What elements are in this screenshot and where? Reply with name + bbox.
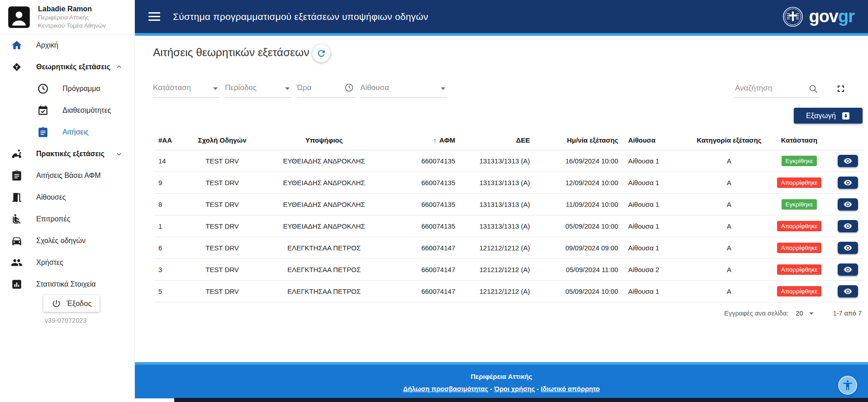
status-badge: Απορρίφθηκε <box>777 264 822 275</box>
sidebar-item-applications[interactable]: Αιτήσεις <box>0 121 134 143</box>
app-bar: Σύστημα προγραμματισμού εξετάσεων υποψήφ… <box>135 0 868 33</box>
status-badge: Απορρίφθηκε <box>777 243 822 253</box>
eye-icon <box>844 157 852 165</box>
sidebar-item-committees[interactable]: Επιτροπές <box>0 208 134 230</box>
cell-candidate: ΕΛΕΓΚΤΗΣΑΑ ΠΕΤΡΟΣ <box>261 259 387 281</box>
column-header-ΑΦΜ[interactable]: ↑ΑΦΜ <box>387 130 460 150</box>
header-accent-stripe <box>135 33 868 36</box>
filter-status[interactable]: Κατάσταση <box>153 76 219 98</box>
sidebar-item-applications-by-afm[interactable]: Αιτήσεις Βάσει ΑΦΜ <box>0 165 134 187</box>
cell-category: Α <box>691 281 768 302</box>
view-button[interactable] <box>838 242 858 254</box>
filter-time[interactable]: Ώρα <box>297 76 355 98</box>
cell-date: 11/09/2024 10:00 <box>534 194 623 215</box>
footer: Περιφέρεια Αττικής Δήλωση προσβασιμότητα… <box>135 362 868 398</box>
column-header-#AA[interactable]: #AA <box>155 130 184 150</box>
cell-afm: 660074147 <box>387 259 460 281</box>
cell-candidate: ΕΥΘΕΙΑΔΗΣ ΑΝΔΡΟΚΛΗΣ <box>261 150 387 172</box>
column-header-Αίθουσα[interactable]: Αίθουσα <box>623 130 691 150</box>
fullscreen-button[interactable] <box>835 83 846 94</box>
cell-dee: 131313/1313 (Α) <box>460 150 534 172</box>
sidebar-item-label: Χρήστες <box>36 258 63 267</box>
cell-school: TEST DRV <box>184 194 261 215</box>
sidebar-item-label: Στατιστικά Στοιχεία <box>36 280 96 288</box>
sidebar-item-statistics[interactable]: Στατιστικά Στοιχεία <box>0 273 134 295</box>
status-badge: Απορρίφθηκε <box>777 286 822 297</box>
footer-link[interactable]: Όροι χρήσης <box>494 385 535 392</box>
cell-dee: 131313/1313 (Α) <box>460 172 534 194</box>
eye-icon <box>844 265 852 274</box>
cell-school: TEST DRV <box>184 237 261 259</box>
status-badge: Απορρίφθηκε <box>777 177 822 188</box>
search-icon[interactable] <box>808 84 818 94</box>
cell-candidate: ΕΛΕΓΚΤΗΣΑΑ ΠΕΤΡΟΣ <box>261 281 387 302</box>
app-title: Σύστημα προγραμματισμού εξετάσεων υποψήφ… <box>173 11 428 22</box>
table-row: 8TEST DRVΕΥΘΕΙΑΔΗΣ ΑΝΔΡΟΚΛΗΣ660074135131… <box>155 194 864 215</box>
cell-date: 05/09/2024 10:00 <box>534 215 623 237</box>
filter-room[interactable]: Αίθουσα <box>360 76 447 98</box>
people-icon <box>11 257 23 268</box>
footer-link[interactable]: Ιδιωτικό απόρρητο <box>541 385 600 392</box>
sort-asc-icon: ↑ <box>433 136 437 144</box>
sidebar-item-schedule[interactable]: Πρόγραμμα <box>0 78 134 100</box>
cell-aa: 6 <box>155 237 184 259</box>
sidebar-item-rooms[interactable]: Αίθουσες <box>0 187 134 208</box>
cell-school: TEST DRV <box>184 172 261 194</box>
column-header-Κατάσταση[interactable]: Κατάσταση <box>768 130 831 150</box>
cell-category: Α <box>691 194 768 215</box>
column-header-Ημ/νία εξέτασης[interactable]: Ημ/νία εξέτασης <box>534 130 623 150</box>
column-header-Σχολή Οδηγών[interactable]: Σχολή Οδηγών <box>184 130 261 150</box>
view-button[interactable] <box>838 285 858 297</box>
footer-link[interactable]: Δήλωση προσβασιμότητας <box>403 385 488 392</box>
view-button[interactable] <box>838 177 858 189</box>
sidebar-item-practical-exams[interactable]: Πρακτικές εξετάσεις <box>0 143 134 165</box>
view-button[interactable] <box>838 220 858 232</box>
sidebar-item-label: Πρακτικές εξετάσεις <box>36 150 105 158</box>
filter-period[interactable]: Περίοδος <box>225 76 291 98</box>
sidebar-item-availabilities[interactable]: Διαθεσιμότητες <box>0 100 134 121</box>
cell-dee: 121212/1212 (Α) <box>460 259 534 281</box>
per-page-select[interactable]: 20 <box>796 310 814 317</box>
caret-down-icon <box>213 87 218 90</box>
download-icon <box>841 111 850 120</box>
user-name: Labadie Ramon <box>38 5 106 14</box>
cell-room: Αίθουσα 1 <box>623 281 691 302</box>
cell-school: TEST DRV <box>184 259 261 281</box>
chevron-down-icon[interactable] <box>114 149 124 158</box>
column-header-actions[interactable] <box>831 130 864 150</box>
cell-room: Αίθουσα 2 <box>623 259 691 281</box>
view-button[interactable] <box>838 155 858 167</box>
search-input[interactable] <box>734 83 802 93</box>
sidebar-item-users[interactable]: Χρήστες <box>0 252 134 273</box>
page-title: Αιτήσεις θεωρητικών εξετάσεων <box>153 46 309 59</box>
footer-links: Δήλωση προσβασιμότητας - Όροι χρήσης - Ι… <box>135 385 868 392</box>
caret-down-icon <box>809 312 814 315</box>
pagination: Εγγραφές ανα σελίδα: 20 1-7 από 7 <box>724 310 862 317</box>
filter-label: Κατάσταση <box>153 83 191 92</box>
cell-aa: 5 <box>155 281 184 302</box>
footer-bottom-strip <box>174 398 868 402</box>
accessibility-button[interactable] <box>838 376 857 395</box>
table-row: 5TEST DRVΕΛΕΓΚΤΗΣΑΑ ΠΕΤΡΟΣ66007414712121… <box>155 281 864 302</box>
sidebar-item-theory-exams[interactable]: Θεωρητικές εξετάσεις <box>0 56 134 78</box>
refresh-button[interactable] <box>312 44 330 62</box>
chevron-up-icon[interactable] <box>114 62 124 72</box>
sidebar-item-home[interactable]: Αρχική <box>0 34 134 56</box>
view-button[interactable] <box>838 263 858 276</box>
seat-icon <box>11 213 23 225</box>
column-label: Υποψήφιος <box>305 136 343 144</box>
sidebar-item-label: Θεωρητικές εξετάσεις <box>36 63 110 71</box>
export-button[interactable]: Εξαγωγή <box>794 108 863 124</box>
table-header-row: #AAΣχολή ΟδηγώνΥποψήφιος↑ΑΦΜΔΕΕΗμ/νία εξ… <box>155 130 864 150</box>
sidebar-item-driving-schools[interactable]: Σχολές οδηγών <box>0 230 134 252</box>
user-sector: Κεντρικού Τομέα Αθηνών <box>38 22 106 30</box>
column-label: Αίθουσα <box>628 136 655 144</box>
column-header-Κατηγορία εξέτασης[interactable]: Κατηγορία εξέτασης <box>691 130 768 150</box>
view-button[interactable] <box>838 198 858 211</box>
column-header-Υποψήφιος[interactable]: Υποψήφιος <box>261 130 387 150</box>
cell-category: Α <box>691 172 768 194</box>
logout-button[interactable]: Έξοδος <box>43 295 100 312</box>
column-header-ΔΕΕ[interactable]: ΔΕΕ <box>460 130 534 150</box>
menu-icon[interactable] <box>148 10 160 23</box>
cell-candidate: ΕΛΕΓΚΤΗΣΑΑ ΠΕΤΡΟΣ <box>261 237 387 259</box>
